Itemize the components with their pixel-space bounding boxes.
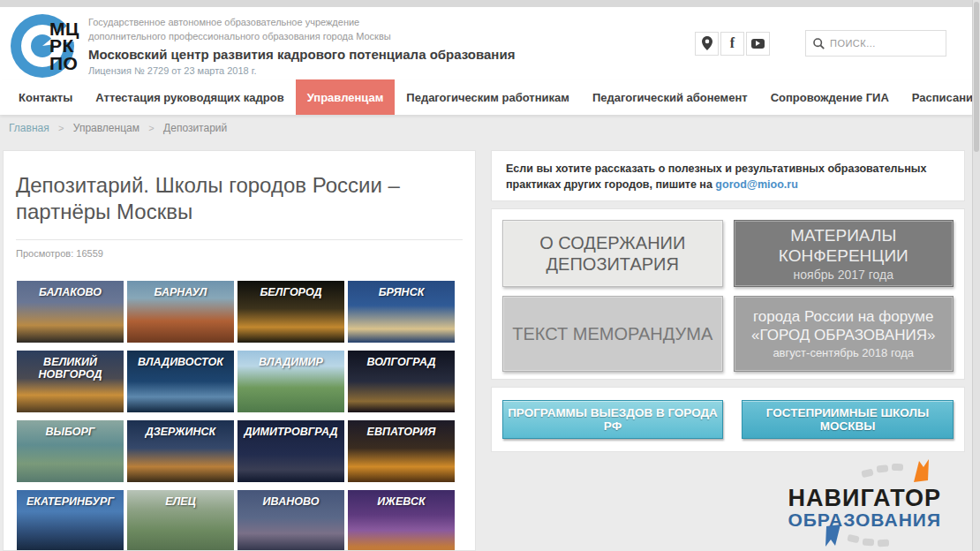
facebook-icon[interactable]: f [720,32,744,56]
city-tile[interactable]: ЕВПАТОРИЯ [348,420,455,482]
trips-programs-button[interactable]: ПРОГРАММЫ ВЫЕЗДОВ В ГОРОДА РФ [502,400,723,439]
org-name: Московский центр развития кадрового поте… [88,47,515,62]
conference-materials-button[interactable]: МАТЕРИАЛЫ КОНФЕРЕНЦИИ ноябрь 2017 года [734,220,954,287]
city-tile-label: ЕКАТЕРИНБУРГ [17,496,124,509]
city-tile-label: ЕЛЕЦ [127,496,234,509]
sidebar: Если вы хотите рассказать о полезных и р… [491,150,965,452]
city-tile-label: БАРНАУЛ [127,287,234,299]
city-tile[interactable]: БАЛАКОВО [17,281,124,343]
breadcrumb-upravlencam[interactable]: Управленцам [73,122,139,134]
city-tile-label: БАЛАКОВО [17,287,124,299]
scrollbar-thumb[interactable] [974,2,979,152]
org-line-1: Государственное автономное образовательн… [88,16,515,30]
search-box [805,30,946,57]
city-tile[interactable]: БРЯНСК [348,281,455,343]
teal-buttons-box: ПРОГРАММЫ ВЫЕЗДОВ В ГОРОДА РФ ГОСТЕПРИИМ… [491,387,965,452]
notice-box: Если вы хотите рассказать о полезных и р… [491,150,965,201]
youtube-icon[interactable] [746,32,770,56]
depositary-buttons-box: О СОДЕРЖАНИИ ДЕПОЗИТАРИЯ МАТЕРИАЛЫ КОНФЕ… [491,208,965,380]
city-tile[interactable]: ВОЛГОГРАД [348,351,455,412]
title-divider [16,239,463,240]
location-icon[interactable] [695,32,719,56]
city-tile[interactable]: ВЫБОРГ [17,420,124,482]
nav-item-upravlencam[interactable]: Управленцам [296,79,396,115]
city-tile[interactable]: ДИМИТРОВГРАД [237,420,344,482]
city-tile[interactable]: ЕЛЕЦ [127,490,234,551]
city-tile[interactable]: ЕКАТЕРИНБУРГ [17,490,124,551]
city-tile-label: БЕЛГОРОД [237,287,344,299]
breadcrumb-separator: > [58,123,64,133]
main-nav: Контакты Аттестация руководящих кадров У… [0,79,973,115]
city-grid: БАЛАКОВО БАРНАУЛ БЕЛГОРОД БРЯНСК ВЕЛИКИЙ… [17,281,475,551]
city-tile[interactable]: ВЛАДИВОСТОК [127,351,234,412]
hospitable-schools-button[interactable]: ГОСТЕПРИИМНЫЕ ШКОЛЫ МОСКВЫ [742,400,954,439]
mcrkpo-logo-text: МЦ РК ПО [49,20,79,72]
city-tile-label: ИВАНОВО [237,496,344,509]
city-tile[interactable]: БЕЛГОРОД [237,281,344,343]
breadcrumb-current: Депозитарий [163,122,227,134]
page: МЦ РК ПО Государственное автономное обра… [0,0,980,551]
city-tile-label: БРЯНСК [348,287,455,299]
city-tile-label: ВЛАДИВОСТОК [127,357,234,369]
forum-cities-button[interactable]: города России на форуме «ГОРОД ОБРАЗОВАН… [734,296,954,372]
page-title: Депозитарий. Школы городов России – парт… [16,172,457,225]
site-logo[interactable]: МЦ РК ПО [11,14,79,78]
org-info: Государственное автономное образовательн… [88,16,515,76]
city-tile[interactable]: ИЖЕВСК [348,490,455,551]
org-line-2: дополнительного профессионального образо… [88,30,515,44]
breadcrumb-home[interactable]: Главная [9,122,49,134]
breadcrumb-separator: > [148,123,154,133]
city-tile[interactable]: ИВАНОВО [237,490,344,551]
search-icon [813,38,825,49]
about-depositary-button[interactable]: О СОДЕРЖАНИИ ДЕПОЗИТАРИЯ [502,220,723,287]
city-tile-label: ДЗЕРЖИНСК [127,426,234,439]
navigator-logo-line1: НАВИГАТОР [788,485,942,511]
city-tile-label: ЕВПАТОРИЯ [348,426,455,439]
navigator-obrazovaniya-logo[interactable]: НАВИГАТОР ОБРАЗОВАНИЯ [777,457,945,549]
scrollbar[interactable] [972,0,980,551]
content-panel: Депозитарий. Школы городов России – парт… [3,150,476,551]
city-tile-label: ВЫБОРГ [17,426,124,439]
navigator-logo-line2: ОБРАЗОВАНИЯ [788,509,941,530]
orange-arrow-icon [914,459,929,482]
navigator-logo-art: НАВИГАТОР ОБРАЗОВАНИЯ [777,457,945,549]
city-tile-label: ВОЛГОГРАД [348,357,455,369]
city-tile[interactable]: ДЗЕРЖИНСК [127,420,234,482]
views-counter: Просмотров: 16559 [16,248,475,259]
site-header: МЦ РК ПО Государственное автономное обра… [0,7,973,79]
city-tile-label: ВЛАДИМИР [237,357,344,369]
city-tile-label: ВЕЛИКИЙ НОВГОРОД [17,357,124,381]
city-tile[interactable]: БАРНАУЛ [127,281,234,343]
search-input[interactable] [830,38,936,49]
nav-item-ped-abonement[interactable]: Педагогический абонемент [581,79,759,115]
nav-item-kontakty[interactable]: Контакты [7,79,84,115]
nav-item-raspisanie[interactable]: Расписание [901,79,980,115]
nav-item-attestacia[interactable]: Аттестация руководящих кадров [84,79,295,115]
city-tile[interactable]: ВЛАДИМИР [237,351,344,412]
city-tile[interactable]: ВЕЛИКИЙ НОВГОРОД [17,351,124,412]
breadcrumb: Главная > Управленцам > Депозитарий [9,122,227,134]
nav-item-ped-rabotnikam[interactable]: Педагогическим работникам [395,79,581,115]
header-right: f [695,30,946,57]
license-line: Лицензия № 2729 от 23 марта 2018 г. [88,65,515,76]
city-tile-label: ДИМИТРОВГРАД [237,426,344,439]
notice-email-link[interactable]: gorod@mioo.ru [715,178,797,191]
top-strip [0,0,980,7]
memorandum-text-button[interactable]: ТЕКСТ МЕМОРАНДУМА [502,296,723,372]
city-tile-label: ИЖЕВСК [348,496,455,509]
nav-item-gia[interactable]: Сопровождение ГИА [759,79,901,115]
